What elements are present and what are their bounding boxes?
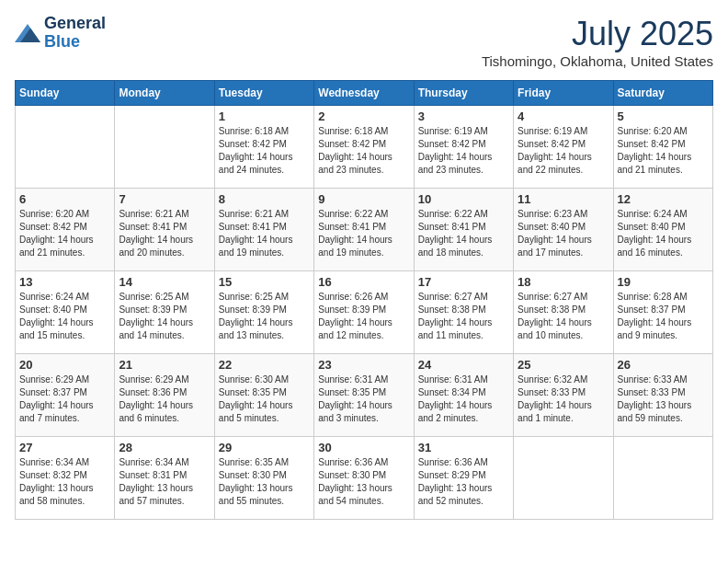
calendar-cell: 1Sunrise: 6:18 AMSunset: 8:42 PMDaylight… [214,106,313,189]
calendar-cell: 4Sunrise: 6:19 AMSunset: 8:42 PMDaylight… [514,106,613,189]
day-number: 11 [518,192,609,206]
day-info: Sunrise: 6:24 AMSunset: 8:40 PMDaylight:… [618,208,709,259]
day-info: Sunrise: 6:19 AMSunset: 8:42 PMDaylight:… [418,125,509,177]
day-info: Sunrise: 6:20 AMSunset: 8:42 PMDaylight:… [19,208,110,259]
day-number: 25 [518,358,609,372]
day-info: Sunrise: 6:26 AMSunset: 8:39 PMDaylight:… [318,291,409,342]
calendar-cell: 31Sunrise: 6:36 AMSunset: 8:29 PMDayligh… [414,437,513,520]
calendar-cell [16,106,115,189]
day-number: 2 [318,109,409,123]
logo-text: General Blue [44,15,106,52]
calendar-week-row: 27Sunrise: 6:34 AMSunset: 8:32 PMDayligh… [16,437,713,520]
day-info: Sunrise: 6:31 AMSunset: 8:34 PMDaylight:… [418,373,509,425]
day-info: Sunrise: 6:31 AMSunset: 8:35 PMDaylight:… [318,373,409,425]
calendar-cell: 3Sunrise: 6:19 AMSunset: 8:42 PMDaylight… [414,106,513,189]
calendar-cell: 8Sunrise: 6:21 AMSunset: 8:41 PMDaylight… [214,189,313,271]
day-info: Sunrise: 6:25 AMSunset: 8:39 PMDaylight:… [119,291,210,342]
calendar-cell: 21Sunrise: 6:29 AMSunset: 8:36 PMDayligh… [115,354,214,437]
day-info: Sunrise: 6:32 AMSunset: 8:33 PMDaylight:… [518,373,609,425]
calendar-cell: 2Sunrise: 6:18 AMSunset: 8:42 PMDaylight… [314,106,414,189]
day-number: 16 [318,275,409,289]
day-info: Sunrise: 6:19 AMSunset: 8:42 PMDaylight:… [518,125,609,177]
calendar-cell: 9Sunrise: 6:22 AMSunset: 8:41 PMDaylight… [314,189,414,271]
day-number: 19 [618,275,709,289]
logo-icon [15,22,40,44]
calendar-cell [514,437,613,520]
day-info: Sunrise: 6:34 AMSunset: 8:31 PMDaylight:… [119,456,210,508]
calendar-header-row: SundayMondayTuesdayWednesdayThursdayFrid… [16,81,713,106]
day-number: 24 [418,358,509,372]
calendar-cell: 16Sunrise: 6:26 AMSunset: 8:39 PMDayligh… [314,271,414,354]
day-number: 22 [219,358,310,372]
day-number: 1 [219,109,310,123]
day-number: 21 [119,358,210,372]
day-info: Sunrise: 6:36 AMSunset: 8:29 PMDaylight:… [418,456,509,508]
day-number: 4 [518,109,609,123]
day-info: Sunrise: 6:22 AMSunset: 8:41 PMDaylight:… [318,208,409,259]
day-number: 7 [119,192,210,206]
day-info: Sunrise: 6:36 AMSunset: 8:30 PMDaylight:… [318,456,409,508]
day-number: 20 [19,358,110,372]
column-header-sunday: Sunday [16,81,115,106]
calendar-cell: 5Sunrise: 6:20 AMSunset: 8:42 PMDaylight… [613,106,712,189]
calendar-cell: 26Sunrise: 6:33 AMSunset: 8:33 PMDayligh… [613,354,712,437]
day-number: 5 [618,109,709,123]
calendar-cell: 28Sunrise: 6:34 AMSunset: 8:31 PMDayligh… [115,437,214,520]
day-info: Sunrise: 6:34 AMSunset: 8:32 PMDaylight:… [19,456,110,508]
day-number: 17 [418,275,509,289]
day-number: 30 [318,441,409,454]
column-header-monday: Monday [115,81,214,106]
day-info: Sunrise: 6:23 AMSunset: 8:40 PMDaylight:… [518,208,609,259]
calendar-cell: 15Sunrise: 6:25 AMSunset: 8:39 PMDayligh… [214,271,313,354]
day-info: Sunrise: 6:24 AMSunset: 8:40 PMDaylight:… [19,291,110,342]
calendar-cell: 25Sunrise: 6:32 AMSunset: 8:33 PMDayligh… [514,354,613,437]
calendar-cell: 30Sunrise: 6:36 AMSunset: 8:30 PMDayligh… [314,437,414,520]
day-number: 6 [19,192,110,206]
day-info: Sunrise: 6:25 AMSunset: 8:39 PMDaylight:… [219,291,310,342]
column-header-saturday: Saturday [613,81,712,106]
day-info: Sunrise: 6:33 AMSunset: 8:33 PMDaylight:… [618,373,709,425]
day-number: 31 [418,441,509,454]
calendar-cell: 7Sunrise: 6:21 AMSunset: 8:41 PMDaylight… [115,189,214,271]
calendar-cell [613,437,712,520]
day-number: 12 [618,192,709,206]
title-block: July 2025 Tishomingo, Oklahoma, United S… [482,15,713,69]
calendar-cell: 14Sunrise: 6:25 AMSunset: 8:39 PMDayligh… [115,271,214,354]
calendar-table: SundayMondayTuesdayWednesdayThursdayFrid… [15,80,713,520]
day-info: Sunrise: 6:27 AMSunset: 8:38 PMDaylight:… [418,291,509,342]
day-number: 10 [418,192,509,206]
calendar-cell: 10Sunrise: 6:22 AMSunset: 8:41 PMDayligh… [414,189,513,271]
day-info: Sunrise: 6:22 AMSunset: 8:41 PMDaylight:… [418,208,509,259]
day-info: Sunrise: 6:18 AMSunset: 8:42 PMDaylight:… [219,125,310,177]
day-info: Sunrise: 6:27 AMSunset: 8:38 PMDaylight:… [518,291,609,342]
calendar-cell: 22Sunrise: 6:30 AMSunset: 8:35 PMDayligh… [214,354,313,437]
day-number: 14 [119,275,210,289]
calendar-cell: 17Sunrise: 6:27 AMSunset: 8:38 PMDayligh… [414,271,513,354]
day-info: Sunrise: 6:18 AMSunset: 8:42 PMDaylight:… [318,125,409,177]
day-info: Sunrise: 6:21 AMSunset: 8:41 PMDaylight:… [119,208,210,259]
day-number: 29 [219,441,310,454]
calendar-week-row: 1Sunrise: 6:18 AMSunset: 8:42 PMDaylight… [16,106,713,189]
day-number: 26 [618,358,709,372]
day-number: 23 [318,358,409,372]
logo: General Blue [15,15,106,52]
calendar-cell: 23Sunrise: 6:31 AMSunset: 8:35 PMDayligh… [314,354,414,437]
column-header-thursday: Thursday [414,81,513,106]
calendar-week-row: 13Sunrise: 6:24 AMSunset: 8:40 PMDayligh… [16,271,713,354]
day-number: 27 [19,441,110,454]
calendar-cell: 29Sunrise: 6:35 AMSunset: 8:30 PMDayligh… [214,437,313,520]
day-info: Sunrise: 6:21 AMSunset: 8:41 PMDaylight:… [219,208,310,259]
day-info: Sunrise: 6:30 AMSunset: 8:35 PMDaylight:… [219,373,310,425]
day-number: 8 [219,192,310,206]
day-info: Sunrise: 6:28 AMSunset: 8:37 PMDaylight:… [618,291,709,342]
day-number: 15 [219,275,310,289]
day-info: Sunrise: 6:20 AMSunset: 8:42 PMDaylight:… [618,125,709,177]
calendar-cell: 13Sunrise: 6:24 AMSunset: 8:40 PMDayligh… [16,271,115,354]
page-header: General Blue July 2025 Tishomingo, Oklah… [15,15,713,69]
calendar-cell: 19Sunrise: 6:28 AMSunset: 8:37 PMDayligh… [613,271,712,354]
day-number: 9 [318,192,409,206]
calendar-cell: 18Sunrise: 6:27 AMSunset: 8:38 PMDayligh… [514,271,613,354]
calendar-week-row: 20Sunrise: 6:29 AMSunset: 8:37 PMDayligh… [16,354,713,437]
calendar-cell: 27Sunrise: 6:34 AMSunset: 8:32 PMDayligh… [16,437,115,520]
column-header-tuesday: Tuesday [214,81,313,106]
